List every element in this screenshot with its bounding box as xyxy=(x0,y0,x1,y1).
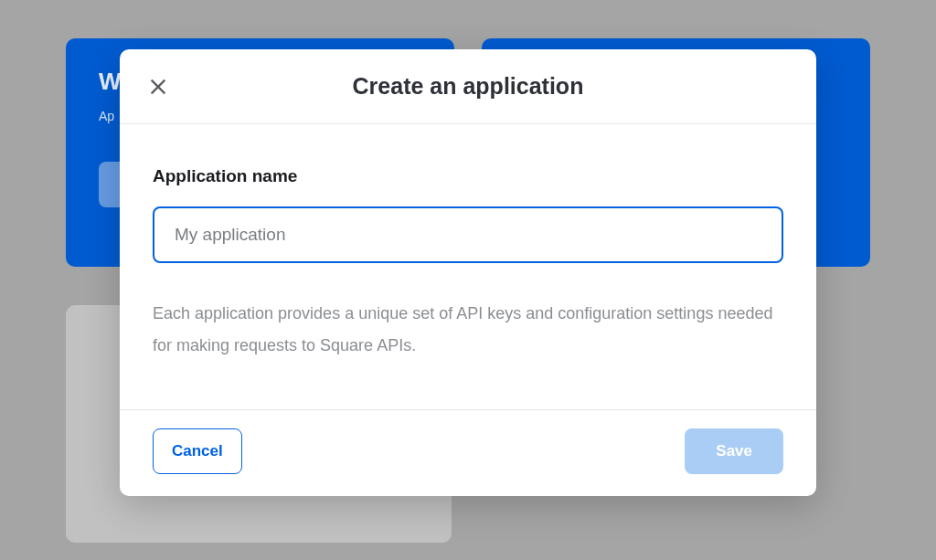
cancel-button[interactable]: Cancel xyxy=(153,428,242,474)
modal-header: Create an application xyxy=(120,49,816,124)
modal-body: Application name Each application provid… xyxy=(120,124,816,409)
application-name-help-text: Each application provides a unique set o… xyxy=(153,298,783,362)
modal-footer: Cancel Save xyxy=(120,409,816,496)
create-application-modal: Create an application Application name E… xyxy=(120,49,816,496)
close-button[interactable] xyxy=(145,74,171,100)
save-button[interactable]: Save xyxy=(685,428,783,474)
application-name-input[interactable] xyxy=(153,206,783,263)
modal-title: Create an application xyxy=(120,73,816,100)
close-icon xyxy=(148,77,168,97)
modal-overlay: Create an application Application name E… xyxy=(0,0,936,560)
application-name-label: Application name xyxy=(153,166,783,186)
